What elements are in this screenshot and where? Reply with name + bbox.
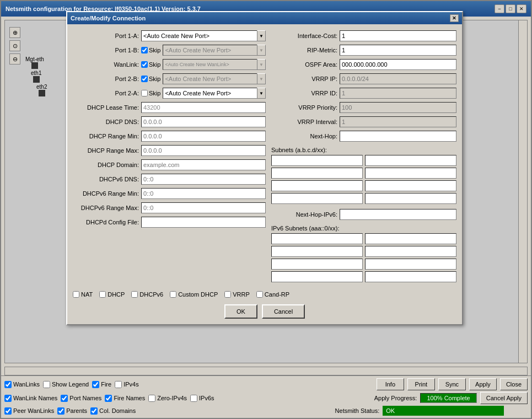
vrrp-id-input[interactable] xyxy=(340,88,456,99)
vrrp-checkbox-label[interactable]: VRRP xyxy=(224,291,250,298)
next-hop-ipv6-input[interactable] xyxy=(340,209,456,220)
dhcp-domain-input[interactable] xyxy=(141,159,266,170)
dhcp-range-max-input[interactable] xyxy=(141,145,266,156)
dhcpv6-dialog-checkbox-label[interactable]: DHCPv6 xyxy=(131,291,163,298)
port-2a-checkbox[interactable] xyxy=(141,90,148,96)
sync-button[interactable]: Sync xyxy=(438,378,466,390)
port-2b-input[interactable] xyxy=(163,73,257,84)
ipv6-subnet-3a-input[interactable] xyxy=(271,259,363,270)
port-1a-input[interactable] xyxy=(141,30,257,41)
subnet-3b-input[interactable] xyxy=(365,180,456,191)
wanlink-checkbox[interactable] xyxy=(141,61,148,68)
dhcp-range-min-input[interactable] xyxy=(141,131,266,142)
fire-names-checkbox-label[interactable]: Fire Names xyxy=(105,395,145,402)
dhcp-dialog-checkbox[interactable] xyxy=(99,291,106,298)
port-1a-dropdown-button[interactable]: ▼ xyxy=(257,30,266,41)
ipv6s-checkbox[interactable] xyxy=(190,395,197,402)
cand-rp-checkbox[interactable] xyxy=(256,291,263,298)
port-names-checkbox[interactable] xyxy=(61,395,68,402)
ipv6-subnet-1a-input[interactable] xyxy=(271,233,363,244)
zero-ipv4s-checkbox[interactable] xyxy=(148,395,155,402)
info-button[interactable]: Info xyxy=(377,378,404,390)
vertical-scrollbar[interactable] xyxy=(518,20,527,363)
show-legend-checkbox-label[interactable]: Show Legend xyxy=(43,381,89,388)
port-2a-input[interactable] xyxy=(163,88,257,99)
dhcpv6-range-min-input[interactable] xyxy=(141,188,266,199)
print-button[interactable]: Print xyxy=(407,378,435,390)
close-window-button[interactable]: ✕ xyxy=(517,4,526,13)
custom-dhcp-checkbox[interactable] xyxy=(170,291,176,298)
port-1b-checkbox[interactable] xyxy=(141,47,148,53)
wanlink-input[interactable] xyxy=(163,59,257,70)
wanlinks-checkbox-label[interactable]: WanLinks xyxy=(4,381,40,388)
port-2a-dropdown-button[interactable]: ▼ xyxy=(257,88,266,99)
custom-dhcp-checkbox-label[interactable]: Custom DHCP xyxy=(170,291,218,298)
ospf-area-input[interactable] xyxy=(340,59,456,70)
fire-checkbox-label[interactable]: Fire xyxy=(92,381,111,388)
subnet-2b-input[interactable] xyxy=(365,168,456,179)
vrrp-interval-input[interactable] xyxy=(340,116,456,127)
subnet-4a-input[interactable] xyxy=(271,193,363,204)
fire-names-checkbox[interactable] xyxy=(105,395,112,402)
dhcpv6-range-max-input[interactable] xyxy=(141,202,266,213)
vrrp-priority-input[interactable] xyxy=(340,102,456,113)
port-1b-dropdown-button[interactable]: ▼ xyxy=(257,45,266,56)
peer-wanlinks-checkbox[interactable] xyxy=(4,407,12,415)
close-button[interactable]: Close xyxy=(500,378,528,390)
col-domains-checkbox[interactable] xyxy=(90,407,98,415)
ipv6-subnet-2a-input[interactable] xyxy=(271,246,363,257)
nat-checkbox[interactable] xyxy=(73,291,79,298)
zoom-fit-button[interactable]: ⊙ xyxy=(9,40,20,51)
subnet-4b-input[interactable] xyxy=(365,193,456,204)
subnet-2a-input[interactable] xyxy=(271,168,363,179)
port-names-checkbox-label[interactable]: Port Names xyxy=(61,395,101,402)
zoom-in-button[interactable]: ⊕ xyxy=(9,27,20,38)
cancel-apply-button[interactable]: Cancel Apply xyxy=(480,392,528,404)
ipv6-subnet-4b-input[interactable] xyxy=(365,271,456,282)
rip-metric-input[interactable] xyxy=(340,45,456,56)
wanlink-names-checkbox-label[interactable]: WanLink Names xyxy=(4,395,57,402)
dhcpd-config-input[interactable] xyxy=(141,217,266,228)
peer-wanlinks-checkbox-label[interactable]: Peer WanLinks xyxy=(4,407,54,415)
subnet-3a-input[interactable] xyxy=(271,180,363,191)
ipv6-subnet-3b-input[interactable] xyxy=(365,259,456,270)
parents-checkbox-label[interactable]: Parents xyxy=(57,407,87,415)
subnet-1a-input[interactable] xyxy=(271,155,363,166)
ok-button[interactable]: OK xyxy=(224,304,257,319)
apply-button[interactable]: Apply xyxy=(469,378,497,390)
ipv6-subnet-2b-input[interactable] xyxy=(365,246,456,257)
wanlink-names-checkbox[interactable] xyxy=(4,395,12,402)
port-2b-checkbox[interactable] xyxy=(141,76,148,82)
dhcp-dialog-checkbox-label[interactable]: DHCP xyxy=(99,291,125,298)
port-1b-input[interactable] xyxy=(163,45,257,56)
col-domains-checkbox-label[interactable]: Col. Domains xyxy=(90,407,136,415)
maximize-button[interactable]: □ xyxy=(506,4,515,13)
port-2b-dropdown-button[interactable]: ▼ xyxy=(257,73,266,84)
vrrp-checkbox[interactable] xyxy=(224,291,231,298)
ipv6-subnet-4a-input[interactable] xyxy=(271,271,363,282)
dhcpv6-dns-input[interactable] xyxy=(141,174,266,185)
interface-cost-input[interactable] xyxy=(340,30,456,41)
subnet-1b-input[interactable] xyxy=(365,155,456,166)
dialog-close-button[interactable]: ✕ xyxy=(450,14,459,22)
vrrp-ip-input[interactable] xyxy=(340,73,456,84)
parents-checkbox[interactable] xyxy=(57,407,65,415)
zero-ipv4s-checkbox-label[interactable]: Zero-IPv4s xyxy=(148,395,187,402)
show-legend-checkbox[interactable] xyxy=(43,381,50,388)
cancel-dialog-button[interactable]: Cancel xyxy=(262,304,305,319)
dhcpv6-dialog-checkbox[interactable] xyxy=(131,291,138,298)
wanlinks-checkbox[interactable] xyxy=(4,381,12,388)
minimize-button[interactable]: − xyxy=(495,4,504,13)
fire-checkbox[interactable] xyxy=(92,381,99,388)
next-hop-input[interactable] xyxy=(340,131,456,142)
ipv4s-checkbox[interactable] xyxy=(115,381,122,388)
horizontal-scrollbar[interactable] xyxy=(4,367,528,375)
wanlink-dropdown-button[interactable]: ▼ xyxy=(257,59,266,70)
zoom-out-button[interactable]: ⊖ xyxy=(9,53,20,65)
ipv4s-checkbox-label[interactable]: IPv4s xyxy=(115,381,139,388)
nat-checkbox-label[interactable]: NAT xyxy=(73,291,93,298)
ipv6-subnet-1b-input[interactable] xyxy=(365,233,456,244)
dhcp-dns-input[interactable] xyxy=(141,116,266,127)
cand-rp-checkbox-label[interactable]: Cand-RP xyxy=(256,291,289,298)
dhcp-lease-input[interactable] xyxy=(141,102,266,113)
